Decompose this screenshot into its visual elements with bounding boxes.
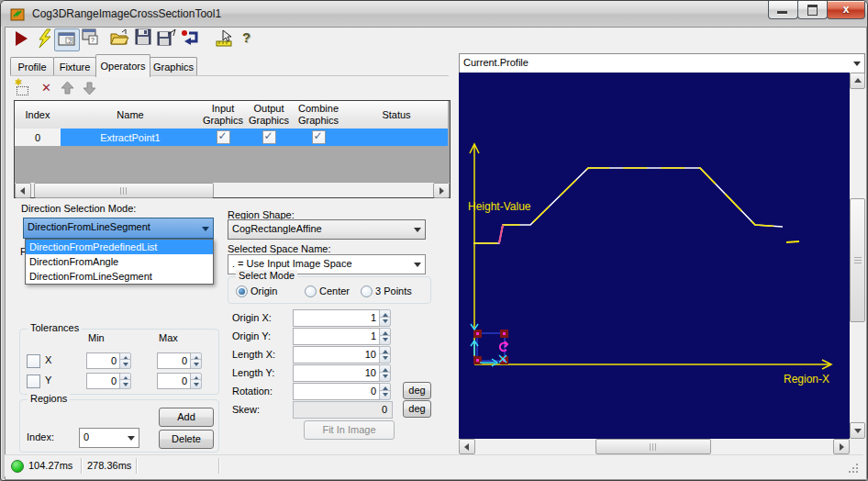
- region-shape-combobox[interactable]: CogRectangleAffine: [228, 219, 426, 240]
- radio-origin[interactable]: [236, 285, 248, 297]
- spin-down-icon[interactable]: [119, 379, 131, 389]
- record-selector-combobox[interactable]: Current.Profile: [459, 53, 865, 73]
- dropdown-item-from-angle[interactable]: DirectionFromAngle: [26, 254, 213, 269]
- tolerance-x-min-field[interactable]: 0: [86, 352, 120, 369]
- maximize-button[interactable]: [797, 1, 828, 19]
- save-button[interactable]: [135, 28, 157, 50]
- title-bar[interactable]: Cog3DRangeImageCrossSectionTool1 x: [1, 1, 867, 27]
- spin-down-icon[interactable]: [379, 390, 391, 401]
- length-y-spinner[interactable]: [379, 364, 391, 382]
- col-header-output-graphics[interactable]: Output Graphics: [246, 101, 293, 129]
- combine-graphics-checkbox[interactable]: [312, 130, 326, 144]
- cell-combine-graphics[interactable]: [292, 129, 345, 146]
- move-down-button[interactable]: [83, 82, 95, 96]
- minimize-button[interactable]: [768, 1, 798, 19]
- tolerance-y-min-field[interactable]: 0: [86, 373, 120, 389]
- cell-index[interactable]: 0: [15, 129, 61, 146]
- cell-output-graphics[interactable]: [246, 129, 292, 146]
- reset-button[interactable]: [181, 28, 203, 50]
- col-header-status[interactable]: Status: [345, 101, 448, 129]
- tolerance-y-min-spinner[interactable]: [119, 373, 131, 389]
- tab-operators[interactable]: Operators: [95, 54, 150, 77]
- spin-down-icon[interactable]: [119, 359, 131, 369]
- region-marker[interactable]: [471, 324, 508, 366]
- skew-deg-button[interactable]: deg: [403, 400, 431, 418]
- col-header-input-graphics[interactable]: Input Graphics: [200, 101, 247, 129]
- rotation-handle-icon[interactable]: [500, 341, 507, 351]
- grid-hscrollbar[interactable]: [15, 183, 450, 197]
- close-button[interactable]: x: [827, 1, 865, 19]
- delete-region-button[interactable]: Delete: [159, 430, 214, 449]
- add-operator-button[interactable]: ✱: [16, 83, 30, 95]
- tab-profile[interactable]: Profile: [10, 57, 54, 76]
- tab-fixture[interactable]: Fixture: [53, 57, 96, 76]
- radio-origin-label[interactable]: Origin: [250, 285, 277, 296]
- origin-x-spinner[interactable]: [379, 309, 391, 327]
- cell-name[interactable]: ExtractPoint1: [61, 129, 200, 146]
- run-button[interactable]: [12, 28, 34, 50]
- scroll-up-button[interactable]: [850, 73, 865, 89]
- spin-down-icon[interactable]: [190, 359, 202, 369]
- direction-mode-combobox[interactable]: DirectionFromLineSegment: [23, 218, 214, 239]
- electrode-pointer-button[interactable]: [214, 28, 236, 50]
- length-x-field[interactable]: 10: [293, 346, 380, 364]
- dropdown-item-from-line-segment[interactable]: DirectionFromLineSegment: [26, 269, 213, 284]
- length-x-spinner[interactable]: [379, 346, 391, 364]
- spin-down-icon[interactable]: [379, 372, 391, 383]
- rotation-spinner[interactable]: [379, 383, 391, 400]
- spin-down-icon[interactable]: [379, 317, 391, 328]
- output-graphics-checkbox[interactable]: [262, 130, 276, 144]
- col-header-name[interactable]: Name: [61, 101, 201, 129]
- radio-center-label[interactable]: Center: [319, 285, 350, 296]
- resize-grip-icon[interactable]: [856, 471, 858, 473]
- scroll-left-button[interactable]: [459, 439, 475, 454]
- length-y-field[interactable]: 10: [293, 364, 380, 382]
- chevron-down-icon: [414, 263, 421, 267]
- display-hscrollbar[interactable]: [459, 439, 850, 453]
- input-graphics-checkbox[interactable]: [217, 130, 230, 144]
- dropdown-item-predefined-list[interactable]: DirectionFromPredefinedList: [26, 240, 213, 254]
- col-header-combine-graphics[interactable]: Combine Graphics: [292, 101, 346, 129]
- display-hscroll-thumb[interactable]: [595, 439, 711, 454]
- tolerance-y-checkbox[interactable]: [27, 375, 40, 388]
- grid-scroll-left-button[interactable]: [15, 183, 31, 198]
- show-result-display-button[interactable]: ?: [54, 28, 80, 51]
- radio-3points[interactable]: [361, 285, 373, 297]
- tolerance-y-max-spinner[interactable]: [190, 373, 202, 389]
- display-vscroll-thumb[interactable]: [850, 198, 865, 322]
- tolerance-x-max-spinner[interactable]: [190, 352, 202, 369]
- cell-status[interactable]: [345, 129, 448, 146]
- tolerance-y-max-field[interactable]: 0: [157, 373, 191, 389]
- tolerance-x-max-field[interactable]: 0: [157, 352, 191, 369]
- float-result-display-button[interactable]: ?: [82, 28, 104, 50]
- fit-in-image-button[interactable]: Fit In Image: [304, 420, 395, 440]
- origin-y-field[interactable]: 1: [293, 328, 380, 345]
- spin-down-icon[interactable]: [379, 335, 391, 346]
- origin-y-spinner[interactable]: [379, 328, 391, 345]
- grid-scroll-right-button[interactable]: [433, 183, 450, 198]
- region-index-combobox[interactable]: 0: [79, 428, 139, 448]
- spin-down-icon[interactable]: [379, 353, 391, 364]
- radio-center[interactable]: [305, 285, 317, 297]
- scroll-right-button[interactable]: [833, 439, 850, 454]
- scroll-down-button[interactable]: [850, 422, 865, 439]
- save-as-button[interactable]: [157, 28, 179, 50]
- display-vscrollbar[interactable]: [850, 73, 864, 439]
- profile-display[interactable]: Height-Value Region-X: [459, 73, 850, 439]
- col-header-index[interactable]: Index: [15, 101, 61, 129]
- rotation-field[interactable]: 0: [293, 383, 380, 400]
- grid-hscroll-thumb[interactable]: [34, 183, 214, 198]
- tolerance-x-checkbox[interactable]: [27, 354, 40, 368]
- origin-x-field[interactable]: 1: [293, 309, 380, 327]
- move-up-button[interactable]: [61, 82, 73, 96]
- cell-input-graphics[interactable]: [200, 129, 246, 146]
- delete-operator-button[interactable]: ✕: [41, 81, 51, 95]
- spin-down-icon[interactable]: [190, 379, 202, 389]
- open-button[interactable]: [109, 28, 131, 50]
- rotation-deg-button[interactable]: deg: [403, 382, 431, 399]
- tab-graphics[interactable]: Graphics: [150, 57, 197, 76]
- radio-3points-label[interactable]: 3 Points: [375, 285, 412, 296]
- add-region-button[interactable]: Add: [159, 408, 214, 427]
- help-button[interactable]: ?: [239, 28, 256, 50]
- tolerance-x-min-spinner[interactable]: [119, 352, 131, 369]
